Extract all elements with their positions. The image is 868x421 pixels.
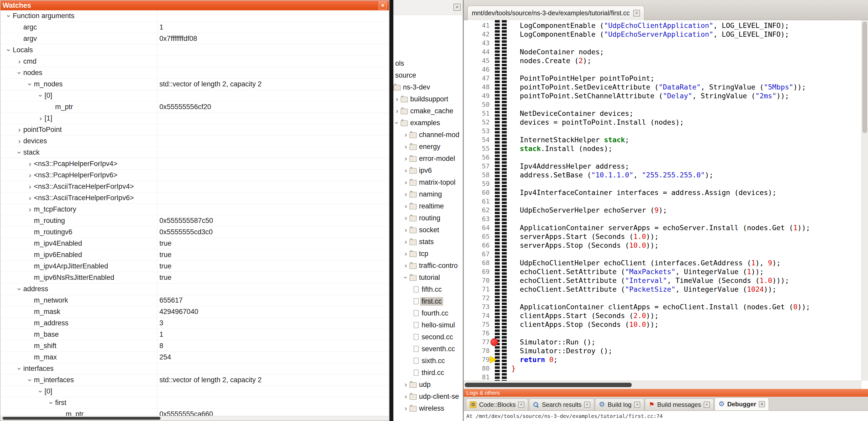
tree-item[interactable]: fifth.cc <box>393 284 463 295</box>
tree-item[interactable]: ›buildsupport <box>393 93 463 105</box>
code-line[interactable]: pointToPoint.SetDeviceAttribute ("DataRa… <box>507 83 862 92</box>
line-number[interactable]: 74 <box>464 311 492 320</box>
tree-item[interactable]: ›matrix-topol <box>393 176 463 188</box>
editor-tab-close-icon[interactable]: × <box>633 10 640 17</box>
tree-item[interactable]: ols <box>393 57 463 69</box>
expand-chevron-icon[interactable]: › <box>16 58 23 65</box>
expand-chevron-icon[interactable]: › <box>402 393 409 400</box>
watch-row[interactable]: m_ptr0x5555555ca660 <box>1 409 389 416</box>
watch-row[interactable]: ›[0] <box>1 90 389 101</box>
tree-item[interactable]: ›routing <box>393 212 463 224</box>
code-line[interactable] <box>507 127 862 135</box>
code-line[interactable]: clientApps.Stop (Seconds (10.0)); <box>507 320 862 329</box>
watch-row[interactable]: m_ipv6NsRsJitterEnabledtrue <box>1 272 389 284</box>
code-line[interactable] <box>507 100 862 109</box>
code-line[interactable] <box>507 215 862 223</box>
code-line[interactable] <box>507 39 862 47</box>
collapse-chevron-icon[interactable]: › <box>5 12 13 20</box>
line-number[interactable]: 41 <box>464 21 492 30</box>
logs-tab-code-blocks[interactable]: ⚙Code::Blocks× <box>466 398 528 411</box>
expand-chevron-icon[interactable]: › <box>393 107 401 115</box>
editor-hscroll-handle[interactable] <box>465 383 632 387</box>
watch-row[interactable]: ›cmd <box>1 56 389 67</box>
code-line[interactable]: address.SetBase ("10.1.1.0", "255.255.25… <box>507 171 862 180</box>
expand-chevron-icon[interactable]: › <box>402 405 409 412</box>
expand-chevron-icon[interactable]: › <box>402 250 409 257</box>
watch-row[interactable]: ›nodes <box>1 67 389 78</box>
tree-item[interactable]: ›channel-mod <box>393 129 463 141</box>
watch-row[interactable]: ›<ns3::PcapHelperForIpv6> <box>1 170 389 181</box>
line-number[interactable]: 78 <box>464 347 492 355</box>
watch-row[interactable]: ›address <box>1 284 389 295</box>
line-number[interactable]: 70 <box>464 276 492 285</box>
logs-header[interactable]: Logs & others <box>464 389 868 397</box>
code-line[interactable]: echoClient.SetAttribute ("MaxPackets", U… <box>507 267 862 276</box>
expand-chevron-icon[interactable]: › <box>16 137 23 145</box>
collapse-chevron-icon[interactable]: › <box>16 285 23 293</box>
code-line[interactable]: nodes.Create (2); <box>507 56 862 65</box>
code-line[interactable]: stack.Install (nodes); <box>507 144 862 153</box>
code-line[interactable] <box>507 329 862 338</box>
line-number[interactable]: 52 <box>464 118 492 127</box>
expand-chevron-icon[interactable]: › <box>16 126 23 134</box>
tree-item[interactable]: ›naming <box>393 188 463 200</box>
line-number[interactable]: 68 <box>464 259 492 267</box>
watch-row[interactable]: m_address3 <box>1 318 389 329</box>
code-line[interactable]: LogComponentEnable ("UdpEchoClientApplic… <box>507 21 862 30</box>
code-line[interactable]: PointToPointHelper pointToPoint; <box>507 74 862 83</box>
watch-row[interactable]: m_ipv4Enabledtrue <box>1 238 389 249</box>
code-line[interactable]: Simulator::Destroy (); <box>507 347 862 355</box>
editor-vscroll-handle[interactable] <box>863 22 867 133</box>
collapse-chevron-icon[interactable]: › <box>16 69 23 77</box>
watch-row[interactable]: ›stack <box>1 147 389 158</box>
tree-item[interactable]: ›cmake_cache <box>393 105 463 117</box>
tree-item[interactable]: ›energy <box>393 141 463 153</box>
line-number[interactable]: 49 <box>464 92 492 100</box>
watch-row[interactable]: ›devices <box>1 135 389 147</box>
tree-item[interactable]: ›realtime <box>393 200 463 212</box>
expand-chevron-icon[interactable]: › <box>26 171 34 179</box>
editor-hscrollbar[interactable] <box>464 381 862 389</box>
line-number[interactable]: 60 <box>464 188 492 197</box>
code-line[interactable]: Ipv4AddressHelper address; <box>507 162 862 171</box>
code-line[interactable]: pointToPoint.SetChannelAttribute ("Delay… <box>507 92 862 100</box>
expand-chevron-icon[interactable]: › <box>393 95 401 103</box>
line-number[interactable]: 80 <box>464 364 492 373</box>
line-number[interactable]: 54 <box>464 135 492 144</box>
collapse-chevron-icon[interactable]: › <box>26 376 34 384</box>
line-number[interactable]: 66 <box>464 241 492 250</box>
code-line[interactable]: clientApps.Start (Seconds (2.0)); <box>507 311 862 320</box>
expand-chevron-icon[interactable]: › <box>26 183 34 191</box>
watch-row[interactable]: ›[0] <box>1 386 389 397</box>
collapse-chevron-icon[interactable]: › <box>37 92 44 100</box>
code-line[interactable]: Simulator::Run (); <box>507 338 862 347</box>
line-number[interactable]: 46 <box>464 65 492 74</box>
tree-item[interactable]: hello-simul <box>393 319 463 331</box>
collapse-chevron-icon[interactable]: › <box>16 149 23 157</box>
code-line[interactable]: NetDeviceContainer devices; <box>507 109 862 118</box>
line-number[interactable]: 56 <box>464 153 492 162</box>
watch-row[interactable]: m_ipv4ArpJitterEnabledtrue <box>1 261 389 272</box>
code-line[interactable]: serverApps.Stop (Seconds (10.0)); <box>507 241 862 250</box>
line-number[interactable]: 63 <box>464 215 492 223</box>
watch-row[interactable]: m_network655617 <box>1 295 389 306</box>
tree-item[interactable]: ›traffic-contro <box>393 260 463 271</box>
code-line[interactable]: ApplicationContainer clientApps = echoCl… <box>507 302 862 311</box>
tree-item[interactable]: ›ipv6 <box>393 164 463 176</box>
code-line[interactable] <box>507 294 862 302</box>
expand-chevron-icon[interactable]: › <box>402 202 409 210</box>
tab-close-icon[interactable]: × <box>634 401 640 408</box>
watches-hscrollbar[interactable] <box>1 416 389 420</box>
collapse-chevron-icon[interactable]: › <box>16 365 23 373</box>
expand-chevron-icon[interactable]: › <box>402 238 409 246</box>
code-line[interactable]: Ipv4InterfaceContainer interfaces = addr… <box>507 188 862 197</box>
tree-item[interactable]: ›udp <box>393 379 463 390</box>
code-line[interactable] <box>507 197 862 206</box>
collapse-chevron-icon[interactable]: › <box>5 46 13 54</box>
expand-chevron-icon[interactable]: › <box>26 194 34 202</box>
watch-row[interactable]: m_max254 <box>1 352 389 363</box>
watch-row[interactable]: ›interfaces <box>1 363 389 375</box>
tree-item[interactable]: ›examples <box>393 117 463 129</box>
code-line[interactable] <box>507 153 862 162</box>
watch-row[interactable]: ›first <box>1 397 389 409</box>
